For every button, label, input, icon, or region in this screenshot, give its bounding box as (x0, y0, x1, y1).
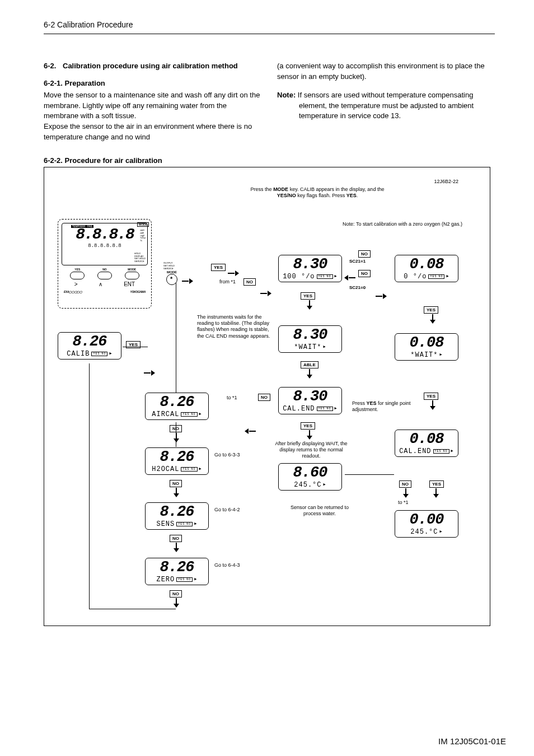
lcd-000-245: 0.00 245.°C▶ (395, 510, 458, 538)
arrow-icon (433, 488, 439, 498)
lcd-sub: H2OCAL (152, 465, 179, 473)
sensor-return-text: Sensor can be returned to process water. (286, 505, 353, 517)
yes-no-icon: YESNO (433, 449, 449, 454)
lcd-830-calend: 8.30 CAL.ENDYESNO▶ (278, 387, 342, 414)
intro-a: Press the (251, 186, 274, 192)
flow-line (89, 609, 176, 609)
key-no: NO (170, 590, 182, 598)
arrow-icon (306, 430, 313, 440)
key-yes: YES (301, 422, 315, 430)
device-brand-right: YOKOGAWA (130, 290, 146, 293)
intro-b: key. CALIB appears in the display, and t… (288, 186, 384, 192)
single-point-text: Press YES for single point adjustment. (352, 400, 414, 413)
key-able: ABLE (301, 361, 318, 368)
section-title: 6-2. Calibration procedure using air cal… (44, 61, 261, 72)
body-columns: 6-2. Calibration procedure using air cal… (44, 61, 495, 143)
lcd-830-100: 8.30 100 °/oYESNO▶ (278, 255, 342, 282)
lcd-860-245: 8.60 245.°C▶ (278, 463, 342, 491)
lcd-sub: *WAIT* (294, 343, 321, 351)
arrow-icon (173, 433, 180, 443)
sc21-0-label: SC21=0 (349, 285, 366, 291)
arrow-icon (173, 543, 180, 553)
note-label: Note: (277, 91, 296, 99)
lcd-zero: 8.26 ZEROYESNO▶ (145, 558, 209, 585)
lcd-sens: 8.26 SENSYESNO▶ (145, 502, 209, 530)
lcd-830-wait: 8.30 *WAIT*▶ (278, 325, 342, 353)
key-no: NO (170, 535, 182, 542)
stabilise-text: The instruments waits for the reading to… (197, 314, 272, 339)
device-btn-yes[interactable] (70, 272, 85, 279)
key-yes: YES (211, 264, 226, 271)
arrow-icon (245, 428, 256, 434)
arrow-icon (260, 291, 271, 296)
device-brand-left: EXA▢▢▢▢▢ (64, 290, 82, 293)
flow-line (176, 283, 176, 393)
device-btn-no[interactable] (97, 272, 112, 279)
goto-633: Go to 6-3-3 (214, 452, 242, 458)
arrow-icon (344, 275, 355, 281)
lcd-008-0: 0.08 0 °/oYESNO▶ (395, 255, 458, 282)
col2-para: (a convenient way to accomplish this env… (277, 61, 495, 82)
yes-no-icon: YESNO (317, 407, 333, 411)
lcd-sub: CALIB (67, 350, 90, 358)
to-star1-2: to *1 (398, 500, 409, 506)
zero-oxygen-note: Note: To start calibration with a zero o… (335, 221, 470, 227)
arrow-icon (429, 314, 436, 324)
lcd-sub: SENS (156, 520, 175, 528)
arrow-icon (306, 369, 313, 379)
prep-body-b: Expose the sensor to the air in an envir… (44, 122, 261, 143)
lcd-sub: CAL.END (283, 405, 315, 413)
device-mode-tag: MODE (137, 222, 149, 227)
key-yes: YES (429, 480, 444, 488)
arrow-icon (306, 300, 313, 310)
device-buttons-row1: YES NO MODE (62, 268, 148, 279)
device-readout-sub: 8.8.8.8.8.8 (62, 243, 147, 249)
flow-line (176, 422, 176, 447)
key-no: NO (243, 278, 256, 286)
arrow-icon (182, 278, 193, 284)
lcd-sub: *WAIT* (410, 351, 438, 359)
subhead-procedure: 6-2-2. Procedure for air calibration (44, 156, 495, 165)
lcd-sub: ZERO (156, 576, 175, 584)
lcd-008-calend: 0.08 CAL.ENDYESNO▶ (395, 430, 458, 457)
arrow-icon (402, 488, 409, 498)
right-column: (a convenient way to accomplish this env… (277, 61, 495, 143)
arrow-icon (173, 488, 180, 498)
key-no: NO (258, 394, 270, 401)
footer-doc-code: IM 12J05C01-01E (438, 736, 506, 746)
device-units: ppm ppb mg/l %Sat % (140, 229, 146, 242)
sc21-1-label: SC21=1 (349, 259, 366, 264)
page-header: 6-2 Calibration Procedure (44, 20, 495, 29)
device-btn-mode[interactable] (125, 272, 139, 279)
note-body: If sensors are used without temperature … (298, 91, 474, 120)
intro-yesno: YES/NO (277, 193, 296, 198)
key-no: NO (170, 480, 182, 487)
header-rule (44, 34, 495, 34)
intro-c: key flags flash. Press (296, 193, 346, 198)
device-footer: EXA▢▢▢▢▢ YOKOGAWA (62, 287, 148, 293)
lcd-sub: 245.°C (410, 528, 438, 536)
intro-yes: YES (346, 193, 357, 198)
subhead-prep: 6-2-1. Preparation (44, 78, 261, 89)
topbar-temp: TEMP.MAN (72, 225, 85, 228)
lcd-h2ocal: 8.26 H2OCALYESNO▶ (145, 447, 209, 475)
device-buttons-row2: > ∧ ENT (62, 279, 148, 287)
lcd-sub: 245.°C (294, 481, 321, 489)
key-no: NO (358, 250, 371, 258)
key-yes: YES (126, 341, 140, 348)
left-column: 6-2. Calibration procedure using air cal… (44, 61, 261, 143)
key-yes: YES (301, 292, 315, 300)
diagram-frame: 12J6B2-22 Press the MODE key. CALIB appe… (44, 167, 490, 626)
device-flags: HOLD DISPLAY SET HOLD SERVICE (134, 253, 146, 263)
intro-d: . (357, 193, 358, 198)
prep-body-a: Move the sensor to a maintenance site an… (44, 90, 261, 122)
lcd-sub: 100 °/o (283, 273, 315, 281)
key-no: NO (358, 270, 371, 277)
yes-no-icon: YESNO (91, 352, 107, 356)
section-number: 6-2. (44, 61, 63, 72)
figure-code: 12J6B2-22 (434, 179, 458, 185)
goto-643: Go to 6-4-3 (214, 562, 242, 568)
to-star1-label: to *1 (227, 395, 237, 401)
device-topbar: TEMP.MAN FAIL (71, 225, 93, 228)
lcd-aircal: 8.26 AIRCALYESNO▶ (145, 393, 209, 420)
